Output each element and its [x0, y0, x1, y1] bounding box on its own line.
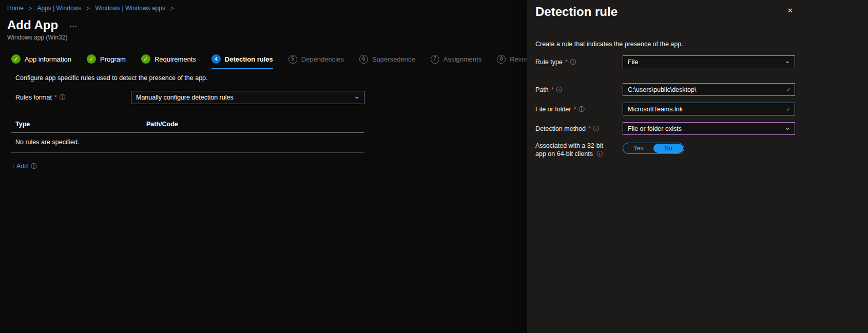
info-icon[interactable]: ⓘ	[31, 163, 37, 169]
table-header-row: Type Path/Code	[11, 117, 364, 133]
breadcrumb-separator: >	[87, 5, 90, 11]
rules-format-dropdown[interactable]: Manually configure detection rules ⌄	[131, 91, 364, 104]
check-icon: ✓	[11, 54, 21, 64]
breadcrumb-apps-windows[interactable]: Apps | Windows	[37, 5, 81, 12]
breadcrumb-home[interactable]: Home	[7, 5, 24, 12]
more-actions-icon[interactable]: ⋯	[69, 22, 78, 31]
intune-add-app-screen: Home > Apps | Windows > Windows | Window…	[0, 0, 868, 333]
detection-method-label: Detection method * ⓘ	[535, 125, 623, 132]
rules-format-label: Rules format * ⓘ	[15, 94, 131, 101]
add-rule-button[interactable]: + Add	[11, 163, 28, 170]
detection-method-row: Detection method * ⓘ File or folder exis…	[535, 122, 804, 135]
step-assignments: 7 Assignments	[431, 55, 481, 69]
step-label: Requirements	[155, 55, 196, 63]
file-or-folder-input-container: ✓	[623, 103, 795, 115]
rule-type-label: Rule type * ⓘ	[535, 58, 623, 66]
info-icon[interactable]: ⓘ	[556, 87, 563, 93]
field-label-text: Detection method	[535, 125, 586, 132]
required-marker: *	[573, 106, 576, 113]
rule-type-dropdown[interactable]: File ⌄	[623, 55, 795, 68]
step-label: Dependencies	[301, 55, 344, 63]
field-label-text: Path	[535, 86, 549, 93]
step-label: Supersedence	[372, 55, 415, 63]
step-dependencies: 5 Dependencies	[288, 55, 344, 69]
dropdown-selected-value: Manually configure detection rules	[136, 94, 234, 101]
detection-rules-table: Type Path/Code No rules are specified.	[11, 117, 364, 153]
required-marker: *	[588, 125, 591, 132]
required-marker: *	[54, 94, 57, 101]
file-or-folder-label: File or folder * ⓘ	[535, 106, 623, 113]
step-requirements[interactable]: ✓ Requirements	[141, 54, 196, 69]
toggle-option-yes[interactable]: Yes	[624, 144, 653, 153]
dropdown-selected-value: File	[628, 58, 638, 66]
info-icon[interactable]: ⓘ	[570, 59, 576, 65]
check-icon: ✓	[141, 54, 150, 64]
step-number-badge: 5	[288, 55, 297, 64]
field-label-text: Rule type	[535, 58, 563, 66]
step-program[interactable]: ✓ Program	[87, 54, 126, 69]
add-rule-row: + Add ⓘ	[11, 163, 37, 170]
step-label: App information	[25, 55, 71, 63]
step-number-badge: 6	[359, 55, 368, 64]
required-marker: *	[565, 58, 568, 66]
column-header-path-code: Path/Code	[146, 121, 178, 128]
path-label: Path * ⓘ	[535, 86, 623, 93]
chevron-down-icon: ⌄	[784, 123, 790, 131]
step-app-information[interactable]: ✓ App information	[11, 54, 71, 69]
valid-check-icon: ✓	[786, 106, 791, 113]
field-label-text: File or folder	[535, 106, 571, 113]
file-or-folder-row: File or folder * ⓘ ✓	[535, 103, 804, 115]
page-title: Add App	[7, 18, 58, 32]
chevron-down-icon: ⌄	[784, 56, 790, 65]
breadcrumb-windows-apps[interactable]: Windows | Windows apps	[95, 5, 165, 12]
associated-32bit-toggle[interactable]: Yes No	[623, 143, 684, 154]
associated-32bit-row: Associated with a 32-bit app on 64-bit c…	[535, 142, 804, 158]
path-input-container: ✓	[623, 83, 795, 96]
associated-32bit-label: Associated with a 32-bit app on 64-bit c…	[535, 142, 623, 158]
step-label: Detection rules	[225, 55, 273, 63]
table-empty-message: No rules are specified.	[11, 133, 364, 153]
panel-title: Detection rule	[535, 4, 868, 19]
step-label: Program	[100, 55, 126, 63]
path-row: Path * ⓘ ✓	[535, 83, 804, 96]
valid-check-icon: ✓	[786, 86, 791, 93]
step-number-badge: 4	[211, 54, 221, 64]
file-or-folder-input[interactable]	[628, 103, 782, 115]
step-supersedence: 6 Supersedence	[359, 55, 415, 69]
info-icon[interactable]: ⓘ	[60, 94, 66, 101]
info-icon[interactable]: ⓘ	[578, 106, 585, 112]
detection-rule-form: Rule type * ⓘ File ⌄ Path * ⓘ ✓	[535, 55, 804, 158]
detection-method-dropdown[interactable]: File or folder exists ⌄	[623, 122, 795, 135]
dropdown-selected-value: File or folder exists	[628, 125, 682, 132]
rule-type-row: Rule type * ⓘ File ⌄	[535, 55, 804, 68]
field-label-text: Rules format	[15, 94, 52, 101]
column-header-type: Type	[15, 121, 146, 128]
step-detection-rules[interactable]: 4 Detection rules	[211, 54, 273, 69]
info-icon[interactable]: ⓘ	[593, 126, 600, 132]
field-label-text: Associated with a 32-bit app on 64-bit c…	[535, 142, 603, 158]
breadcrumb-separator: >	[29, 5, 32, 11]
panel-description: Create a rule that indicates the presenc…	[535, 41, 868, 48]
required-marker: *	[551, 86, 554, 93]
check-icon: ✓	[87, 54, 96, 64]
step-number-badge: 8	[497, 55, 506, 64]
path-input[interactable]	[628, 84, 782, 95]
detection-rule-panel: Detection rule ✕ Create a rule that indi…	[527, 0, 868, 333]
toggle-option-no[interactable]: No	[653, 144, 683, 153]
close-icon[interactable]: ✕	[784, 5, 796, 16]
step-number-badge: 7	[431, 55, 439, 64]
breadcrumb-separator: >	[170, 5, 173, 11]
chevron-down-icon: ⌄	[354, 92, 360, 100]
step-label: Assignments	[443, 55, 481, 63]
info-icon[interactable]: ⓘ	[596, 150, 603, 158]
